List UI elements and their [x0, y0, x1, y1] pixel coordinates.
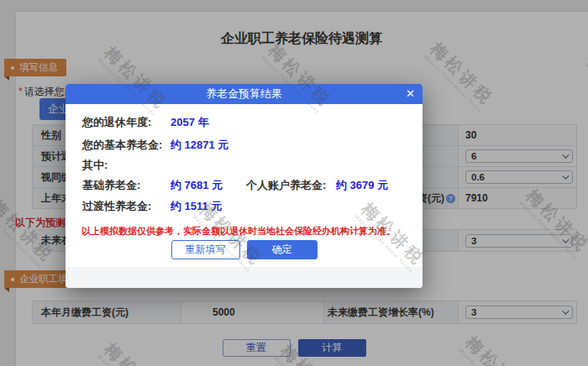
modal-header: 养老金预算结果 ✕ — [66, 84, 423, 104]
basic-pension-label: 您的基本养老金: — [82, 138, 162, 153]
transitional-pension-value: 约 1511 元 — [171, 199, 222, 214]
personal-account-value: 约 3679 元 — [336, 178, 388, 193]
modal-footer — [66, 267, 423, 288]
refill-button[interactable]: 重新填写 — [171, 240, 240, 259]
close-icon[interactable]: ✕ — [406, 84, 415, 104]
transitional-pension-label: 过渡性养老金: — [82, 199, 151, 214]
base-pension-value: 约 7681 元 — [171, 178, 223, 193]
among-which-label: 其中: — [82, 158, 108, 173]
base-pension-label: 基础养老金: — [82, 178, 140, 193]
confirm-button[interactable]: 确定 — [247, 240, 318, 259]
retire-year-value: 2057 年 — [171, 115, 209, 130]
modal-title: 养老金预算结果 — [206, 86, 282, 102]
retire-year-label: 您的退休年度: — [82, 115, 151, 130]
pension-result-modal: 养老金预算结果 ✕ 您的退休年度: 2057 年 您的基本养老金: 约 1287… — [66, 84, 423, 288]
personal-account-label: 个人账户养老金: — [246, 178, 326, 193]
basic-pension-value: 约 12871 元 — [171, 138, 228, 153]
disclaimer-text: 以上模拟数据仅供参考，实际金额以退休时当地社会保险经办机构计算为准。 — [81, 225, 396, 238]
